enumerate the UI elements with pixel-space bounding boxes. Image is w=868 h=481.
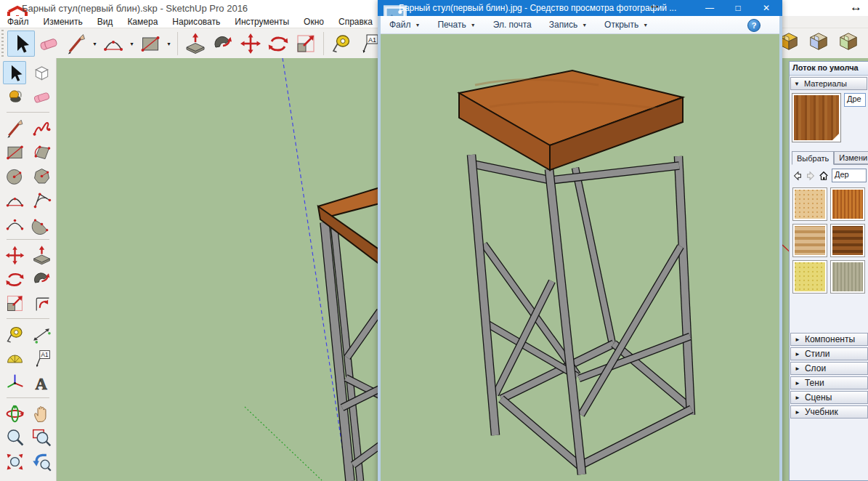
pv-menu-Открыть[interactable]: Открыть▼: [596, 20, 657, 30]
tool-rectangle[interactable]: [3, 140, 26, 163]
tool-arc[interactable]: [30, 188, 53, 211]
tool-arc-2pt[interactable]: [3, 188, 26, 211]
menu-Камера[interactable]: Камера: [120, 17, 165, 27]
material-swatch-planks-dark[interactable]: [830, 224, 865, 257]
push-pull-icon: [31, 245, 52, 266]
tool-rectangle[interactable]: [137, 31, 164, 57]
back-arrow-icon[interactable]: [792, 171, 803, 181]
menu-Инструменты[interactable]: Инструменты: [227, 17, 296, 27]
tool-move[interactable]: [237, 31, 264, 57]
select-icon: [4, 62, 25, 84]
toolbar-separator: [323, 32, 324, 55]
collapsed-triangle-icon: ►: [795, 365, 800, 372]
tool-tape-measure[interactable]: [328, 31, 355, 57]
forward-arrow-icon[interactable]: [806, 171, 816, 181]
photo-viewer-titlebar[interactable]: Барный стул(первый блин).jpg - Средство …: [378, 0, 782, 16]
tray-section-Учебник[interactable]: ►Учебник: [790, 405, 868, 419]
tool-circle[interactable]: [3, 164, 26, 187]
collapsed-triangle-icon: ►: [795, 395, 800, 401]
tool-arc-3pt[interactable]: [3, 212, 26, 235]
material-swatch-speckle-yellow[interactable]: [792, 260, 827, 294]
tool-scale[interactable]: [292, 31, 320, 57]
toolbar-separator: [7, 397, 49, 398]
home-icon[interactable]: [819, 171, 829, 181]
pv-menu-Файл[interactable]: Файл▼: [381, 20, 429, 30]
tool-eraser[interactable]: [35, 31, 62, 57]
tray-title: Лоток по умолча: [790, 62, 868, 76]
material-swatch-grid: [790, 185, 868, 294]
tool-eraser[interactable]: [30, 85, 53, 108]
chevron-down-icon[interactable]: ▼: [127, 41, 137, 47]
toolbar-separator: [7, 239, 49, 240]
tool-text[interactable]: A1: [30, 347, 53, 370]
tab-edit[interactable]: Измени: [834, 151, 868, 164]
tool-zoom-window[interactable]: [30, 426, 53, 449]
tool-move[interactable]: [3, 243, 26, 267]
maximize-button[interactable]: □: [734, 0, 742, 16]
tool-line[interactable]: [3, 116, 26, 140]
chevron-down-icon[interactable]: ▼: [164, 41, 174, 47]
toolbar-grip[interactable]: [0, 30, 5, 57]
eraser-icon: [37, 32, 60, 55]
menu-Изменить[interactable]: Изменить: [36, 17, 90, 27]
tool-zoom-extents[interactable]: [3, 450, 26, 473]
tool-zoom[interactable]: [3, 426, 26, 449]
tool-previous[interactable]: [30, 450, 53, 473]
chevron-down-icon[interactable]: ▼: [90, 41, 100, 47]
tool-polygon[interactable]: [30, 164, 53, 187]
tray-section-Компоненты[interactable]: ►Компоненты: [790, 333, 868, 346]
tool-tape-measure[interactable]: [3, 323, 26, 346]
tool-offset[interactable]: [30, 291, 53, 315]
menu-Справка[interactable]: Справка: [331, 17, 380, 27]
tool-follow-me[interactable]: [30, 267, 53, 291]
material-swatch-wood-vertical-orange[interactable]: [830, 187, 865, 221]
tool-follow-me[interactable]: [209, 31, 237, 57]
material-swatch-wood-chips-light[interactable]: [792, 187, 827, 221]
menu-Окно[interactable]: Окно: [296, 17, 331, 27]
tool-rotated-rectangle[interactable]: [30, 140, 53, 163]
pv-menu-Эл. почта[interactable]: Эл. почта: [484, 20, 540, 30]
material-name-field[interactable]: Дре: [844, 93, 866, 107]
help-icon[interactable]: ?: [747, 19, 760, 32]
tray-section-Стили[interactable]: ►Стили: [790, 347, 868, 360]
pv-menu-Запись[interactable]: Запись▼: [540, 20, 596, 30]
tray-section-Слои[interactable]: ►Слои: [790, 362, 868, 375]
material-preview-thumbnail[interactable]: [792, 93, 841, 142]
tool-select[interactable]: [3, 61, 26, 84]
tray-section-Тени[interactable]: ►Тени: [790, 376, 868, 389]
collection-dropdown[interactable]: Дер: [832, 169, 867, 182]
tool-protractor[interactable]: [3, 347, 26, 370]
tool-orbit[interactable]: [3, 402, 26, 425]
tool-dimension[interactable]: [30, 323, 53, 346]
tool-corner-cube-blue[interactable]: [806, 29, 831, 54]
tray-section-Сцены[interactable]: ►Сцены: [790, 391, 868, 404]
tab-select[interactable]: Выбрать: [792, 151, 834, 165]
menu-Вид[interactable]: Вид: [90, 17, 121, 27]
tool-rotate[interactable]: [264, 31, 292, 57]
tool-paint[interactable]: [3, 85, 26, 108]
tool-component[interactable]: [30, 61, 53, 84]
materials-section-header[interactable]: ▼ Материалы: [790, 77, 867, 90]
tool-arc-2pt[interactable]: [100, 31, 127, 57]
tool-pan[interactable]: [30, 402, 53, 425]
tool-push-pull[interactable]: [30, 243, 53, 267]
tool-scale[interactable]: [3, 291, 26, 315]
menu-Нарисовать[interactable]: Нарисовать: [165, 17, 227, 27]
tool-3d-text[interactable]: A: [30, 371, 53, 394]
material-swatch-planks-light[interactable]: [792, 224, 827, 257]
close-button[interactable]: ✕: [762, 0, 771, 16]
zoom-icon: [4, 427, 25, 448]
tool-corner-cube-green[interactable]: [836, 29, 861, 54]
menu-Файл[interactable]: Файл: [0, 17, 36, 27]
tool-pie[interactable]: [30, 212, 53, 235]
minimize-button[interactable]: —: [705, 0, 714, 16]
chevron-down-icon: ▼: [471, 23, 476, 28]
tool-axes[interactable]: [3, 371, 26, 394]
tool-rotate[interactable]: [3, 267, 26, 291]
tool-freehand[interactable]: [30, 116, 53, 140]
material-swatch-wood-vertical-gray[interactable]: [830, 260, 865, 294]
tool-push-pull[interactable]: [182, 31, 209, 57]
tool-select[interactable]: [7, 31, 35, 57]
pv-menu-Печать[interactable]: Печать▼: [429, 20, 484, 30]
tool-line[interactable]: [62, 31, 90, 57]
